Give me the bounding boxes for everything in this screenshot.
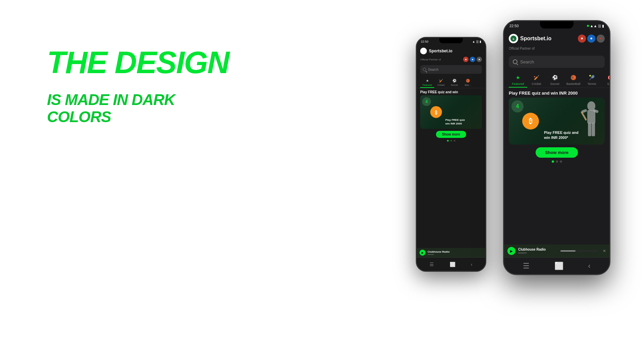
tab-soccer-back[interactable]: ⚽ Soccer — [448, 77, 461, 88]
partner-icon-2-front: ⬟ — [587, 35, 595, 43]
header-back: Sportsbet.io — [417, 45, 485, 56]
tab-tennis-front[interactable]: 🎾 Tennis — [583, 72, 601, 88]
close-icon-front[interactable]: ✕ — [603, 249, 606, 253]
wifi-icon-front: ▲▲ — [590, 24, 597, 28]
left-text-section: THE DESIGN IS MADE IN DARK COLORS — [47, 47, 232, 125]
partner-icons-back: ⬟ ⬟ ⬟ — [463, 57, 482, 62]
playing-info-front: Clubhouse Radio season — [518, 248, 556, 254]
star-tab-icon-front: ★ — [514, 74, 522, 81]
tab-basketball-label-front: Basketball — [566, 82, 581, 86]
svg-rect-8 — [581, 111, 587, 121]
tab-basketball-front[interactable]: 🏀 Basketball — [564, 72, 583, 88]
tab-featured-label-front: Featured — [512, 82, 524, 86]
battery-icon-back: ▮ — [480, 40, 481, 43]
banner-card-front: 4 ₿ Play FREE quiz andwin INR 2000* — [509, 98, 605, 145]
progress-fill-front — [560, 250, 576, 252]
dot-3-front — [560, 160, 562, 163]
show-more-button-front[interactable]: Show more — [536, 147, 578, 158]
search-bar-back[interactable]: Search — [420, 65, 482, 74]
play-button-front[interactable]: ▶ — [507, 247, 515, 255]
status-icons-front: ▲▲ ||| ▮ — [587, 24, 604, 28]
dot-2-front — [556, 160, 558, 163]
partner-icon-2-back: ⬟ — [470, 57, 475, 62]
notch-front — [540, 21, 574, 29]
tab-featured-back[interactable]: ★ Featured — [420, 77, 434, 88]
home-icon-front[interactable]: ⬜ — [554, 262, 563, 270]
dots-back — [417, 140, 485, 142]
tennis-icon-front: 🎾 — [588, 74, 596, 81]
tab-tennis-label-front: Tennis — [587, 82, 596, 86]
tab-cricket-label-front: Cricket — [532, 82, 541, 86]
back-icon-back[interactable]: ‹ — [471, 262, 473, 267]
banner-badge-back: 4 — [422, 97, 431, 106]
dots-front — [504, 160, 609, 163]
official-partner-front: Official Partner of — [509, 47, 535, 50]
battery-icon-front: ▮ — [602, 24, 604, 28]
basketball-icon-back: 🏀 — [465, 78, 470, 83]
dot-indicator-front — [587, 25, 589, 27]
soccer-icon-front: ⚽ — [551, 74, 559, 81]
tab-cricket-front[interactable]: 🏏 Cricket — [527, 72, 546, 88]
banner-card-back: 4 ₿ Play FREE quizwin INR 2000 — [420, 95, 482, 129]
bottom-bar-back: ☰ ⬜ ‹ — [417, 257, 485, 271]
playing-title-front: Clubhouse Radio — [518, 248, 556, 251]
now-playing-front: ▶ Clubhouse Radio season ✕ — [504, 245, 609, 257]
banner-text-front: Play FREE quiz andwin INR 2000* — [544, 130, 579, 140]
back-arrow-icon-front[interactable]: ‹ — [588, 262, 590, 270]
logo-icon-back — [420, 48, 427, 54]
bottom-bar-front: ☰ ⬜ ‹ — [504, 257, 609, 274]
logo-text-back: Sportsbet.io — [429, 49, 452, 53]
banner-section-front: Play FREE quiz and win INR 2000 4 ₿ Play… — [509, 91, 605, 145]
logo-icon-front: S — [509, 34, 518, 43]
phones-container: 22:50 ▲ ||| ▮ Sportsbet.io Official Part… — [416, 10, 610, 352]
banner-text-back: Play FREE quizwin INR 2000 — [445, 118, 465, 125]
notch-small — [439, 38, 463, 43]
signal-icon-back: ||| — [476, 40, 479, 43]
tab-soccer-front[interactable]: ⚽ Soccer — [546, 72, 564, 88]
cricket-icon-front: 🏏 — [533, 74, 540, 81]
tab-cricket-back[interactable]: 🏏 Cricket — [434, 77, 448, 88]
subheadline: IS MADE IN DARK COLORS — [47, 91, 232, 125]
search-bar-front[interactable]: Search — [509, 56, 605, 68]
show-more-button-back[interactable]: Show more — [436, 131, 466, 138]
headline: THE DESIGN — [47, 47, 232, 78]
search-text-back: Search — [428, 68, 439, 71]
tab-soccer-label-front: Soccer — [550, 82, 559, 86]
search-text-front: Search — [520, 59, 534, 64]
header-front: S Sportsbet.io ⬟ ⬟ ⬟ — [504, 31, 609, 45]
soccer-icon-back: ⚽ — [452, 78, 457, 83]
menu-icon-front[interactable]: ☰ — [523, 262, 530, 270]
svg-rect-7 — [592, 123, 595, 136]
tab-featured-front[interactable]: ★ Featured — [509, 72, 527, 88]
logo-area-front: S Sportsbet.io — [509, 34, 551, 43]
svg-rect-6 — [588, 123, 591, 136]
tab-featured-label-back: Featured — [423, 84, 432, 86]
tab-soccer-label-back: Soccer — [451, 84, 458, 86]
basketball-icon-front: 🏀 — [570, 74, 577, 81]
play-button-back[interactable]: ▶ — [419, 250, 426, 256]
sport-tabs-front: ★ Featured 🏏 Cricket ⚽ Soccer 🏀 Basketba… — [504, 70, 609, 88]
app-content-back: Sportsbet.io Official Partner of ⬟ ⬟ ⬟ S… — [417, 45, 485, 257]
partner-icon-1-front: ⬟ — [578, 35, 586, 43]
home-icon-back[interactable]: ⬜ — [450, 262, 455, 267]
player-figure-front — [575, 99, 605, 145]
show-more-container-back: Show more — [417, 131, 485, 138]
search-icon-front — [513, 59, 517, 64]
dot-1-back — [447, 140, 449, 142]
menu-icon-back[interactable]: ☰ — [430, 262, 434, 267]
partner-icons-front: ⬟ ⬟ ⬟ — [578, 35, 605, 43]
dot-3-back — [454, 140, 455, 142]
app-content-front: S Sportsbet.io ⬟ ⬟ ⬟ Official Partner of — [504, 31, 609, 257]
tab-cricket-label-back: Cricket — [437, 84, 445, 86]
playing-info-back: Clubhouse Radio season — [428, 250, 483, 255]
tab-bas-back[interactable]: 🏀 Bas... — [461, 77, 475, 88]
search-icon-back — [423, 68, 426, 71]
signal-icon-front: ||| — [598, 24, 601, 28]
svg-text:S: S — [512, 38, 514, 41]
cricket-icon-back: 🏏 — [438, 78, 444, 83]
phone-front: 22:50 ▲▲ ||| ▮ S Sportsbet.io — [503, 20, 610, 275]
now-playing-back: ▶ Clubhouse Radio season — [417, 248, 485, 257]
playing-title-back: Clubhouse Radio — [428, 250, 483, 253]
tab-sp-front[interactable]: 🎯 Sp... — [601, 72, 609, 88]
phone-back: 22:50 ▲ ||| ▮ Sportsbet.io Official Part… — [416, 37, 486, 272]
